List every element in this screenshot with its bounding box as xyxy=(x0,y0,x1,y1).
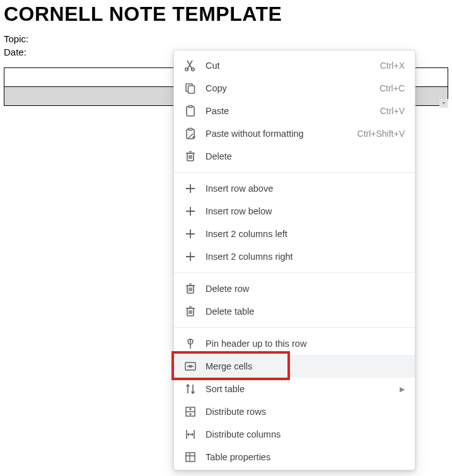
paste-no-format-icon xyxy=(184,127,197,140)
menu-item-label: Delete row xyxy=(206,284,405,294)
menu-item-label: Paste without formatting xyxy=(206,129,350,139)
submenu-arrow-icon: ▶ xyxy=(400,385,405,393)
dist-cols-icon xyxy=(184,428,197,441)
menu-item-table-properties[interactable]: Table properties xyxy=(174,446,415,468)
menu-item-delete-row[interactable]: Delete row xyxy=(174,277,415,300)
menu-item-label: Pin header up to this row xyxy=(206,339,405,349)
menu-item-label: Delete xyxy=(206,151,405,161)
menu-item-paste-without-formatting[interactable]: Paste without formattingCtrl+Shift+V xyxy=(174,122,415,145)
menu-item-cut[interactable]: CutCtrl+X xyxy=(174,54,415,77)
menu-item-label: Distribute columns xyxy=(206,429,405,439)
plus-icon xyxy=(184,182,197,195)
sort-icon xyxy=(184,383,197,395)
merge-icon xyxy=(184,360,197,373)
menu-item-insert-2-columns-right[interactable]: Insert 2 columns right xyxy=(174,245,415,268)
menu-item-distribute-rows[interactable]: Distribute rows xyxy=(174,400,415,423)
delete-icon xyxy=(184,305,197,318)
table-props-icon xyxy=(184,451,197,463)
menu-separator xyxy=(174,272,415,273)
delete-icon xyxy=(184,150,197,163)
page-title: CORNELL NOTE TEMPLATE xyxy=(0,0,452,32)
menu-item-label: Copy xyxy=(206,83,372,93)
menu-item-label: Sort table xyxy=(206,384,395,394)
menu-item-label: Cut xyxy=(206,61,373,71)
menu-item-label: Table properties xyxy=(206,452,405,462)
menu-item-label: Insert row above xyxy=(206,183,405,194)
menu-item-insert-row-below[interactable]: Insert row below xyxy=(174,200,415,223)
menu-item-label: Merge cells xyxy=(206,361,405,371)
paste-icon xyxy=(184,105,197,117)
menu-shortcut: Ctrl+Shift+V xyxy=(357,129,405,139)
context-menu: CutCtrl+XCopyCtrl+CPasteCtrl+VPaste with… xyxy=(173,50,415,470)
menu-item-delete[interactable]: Delete xyxy=(174,145,415,168)
menu-item-insert-row-above[interactable]: Insert row above xyxy=(174,177,415,200)
menu-item-pin-header-up-to-this-row[interactable]: Pin header up to this row xyxy=(174,332,415,355)
menu-item-insert-2-columns-left[interactable]: Insert 2 columns left xyxy=(174,223,415,245)
menu-item-copy[interactable]: CopyCtrl+C xyxy=(174,77,415,100)
menu-item-sort-table[interactable]: Sort table▶ xyxy=(174,378,415,400)
menu-shortcut: Ctrl+C xyxy=(380,83,405,93)
topic-label: Topic: xyxy=(4,32,452,45)
plus-icon xyxy=(184,205,197,218)
menu-item-label: Insert 2 columns right xyxy=(206,252,405,262)
menu-separator xyxy=(174,327,415,328)
menu-item-label: Distribute rows xyxy=(206,407,405,417)
menu-item-label: Insert row below xyxy=(206,206,405,216)
plus-icon xyxy=(184,250,197,263)
menu-item-merge-cells[interactable]: Merge cells xyxy=(174,355,415,378)
cut-icon xyxy=(184,59,197,72)
menu-item-distribute-columns[interactable]: Distribute columns xyxy=(174,423,415,446)
menu-item-label: Delete table xyxy=(206,306,405,316)
menu-item-paste[interactable]: PasteCtrl+V xyxy=(174,100,415,122)
menu-item-delete-table[interactable]: Delete table xyxy=(174,300,415,323)
menu-shortcut: Ctrl+V xyxy=(380,106,405,116)
plus-icon xyxy=(184,228,197,240)
delete-icon xyxy=(184,282,197,295)
dist-rows-icon xyxy=(184,405,197,418)
menu-shortcut: Ctrl+X xyxy=(380,61,405,71)
menu-item-label: Paste xyxy=(206,106,373,116)
menu-item-label: Insert 2 columns left xyxy=(206,229,405,239)
pin-icon xyxy=(184,337,197,350)
cell-dropdown-handle[interactable] xyxy=(439,99,448,108)
menu-separator xyxy=(174,172,415,173)
copy-icon xyxy=(184,82,197,95)
